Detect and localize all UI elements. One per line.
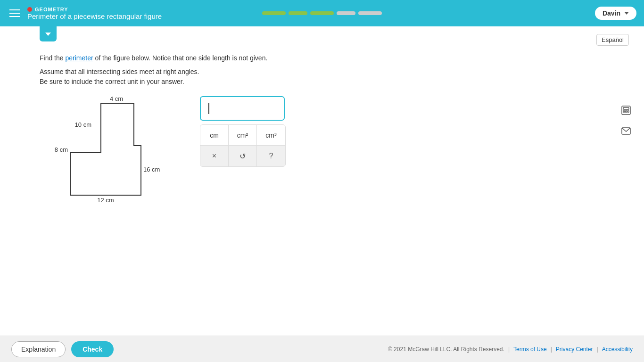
espanol-button[interactable]: Español — [596, 34, 629, 46]
sub-text: Assume that all intersecting sides meet … — [40, 67, 629, 87]
footer-right: © 2021 McGraw Hill LLC. All Rights Reser… — [388, 346, 633, 353]
shape-container: 4 cm 10 cm 8 cm 16 cm 12 cm — [40, 96, 172, 209]
question-text: Find the perimeter of the figure below. … — [40, 53, 629, 63]
chevron-down-icon — [45, 33, 51, 36]
shape-svg: 4 cm 10 cm 8 cm 16 cm 12 cm — [40, 96, 172, 209]
progress-seg-1 — [262, 11, 286, 15]
footer-left: Explanation Check — [11, 341, 114, 357]
accessibility-link[interactable]: Accessibility — [602, 346, 633, 353]
svg-rect-2 — [623, 111, 625, 112]
svg-rect-3 — [626, 111, 627, 112]
help-button[interactable]: ? — [257, 146, 285, 166]
title-area: GEOMETRY Perimeter of a piecewise rectan… — [27, 7, 162, 20]
user-name: Davin — [603, 9, 620, 17]
right-icons — [618, 102, 635, 140]
figure-area: 4 cm 10 cm 8 cm 16 cm 12 cm cm cm² cm³ × — [40, 96, 629, 209]
unit-cm3-button[interactable]: cm³ — [257, 125, 285, 146]
label-10cm: 10 cm — [75, 121, 91, 128]
header: GEOMETRY Perimeter of a piecewise rectan… — [0, 0, 644, 26]
svg-rect-1 — [623, 107, 629, 109]
progress-seg-2 — [289, 11, 307, 15]
check-button[interactable]: Check — [71, 341, 114, 357]
content-area: Español Find the perimeter of the figure… — [0, 26, 644, 217]
undo-button[interactable]: ↺ — [229, 146, 257, 166]
clear-button[interactable]: × — [200, 146, 229, 166]
label-12cm: 12 cm — [97, 197, 114, 204]
answer-input-wrapper[interactable] — [200, 96, 285, 121]
progress-bar — [262, 11, 382, 15]
geo-dot — [27, 7, 32, 12]
message-button[interactable] — [618, 123, 635, 140]
footer: Explanation Check © 2021 McGraw Hill LLC… — [0, 336, 644, 362]
label-4cm: 4 cm — [110, 96, 123, 102]
unit-cm2-button[interactable]: cm² — [229, 125, 257, 146]
page-title: Perimeter of a piecewise rectangular fig… — [27, 12, 162, 20]
cursor-bar — [208, 103, 209, 114]
progress-seg-3 — [310, 11, 334, 15]
svg-rect-4 — [627, 111, 629, 112]
progress-seg-4 — [337, 11, 355, 15]
calculator-button[interactable] — [618, 102, 635, 119]
privacy-link[interactable]: Privacy Center — [556, 346, 593, 353]
unit-cm-button[interactable]: cm — [200, 125, 229, 146]
explanation-button[interactable]: Explanation — [11, 341, 66, 357]
unit-buttons: cm cm² cm³ × ↺ ? — [200, 124, 286, 167]
terms-link[interactable]: Terms of Use — [513, 346, 547, 353]
label-16cm: 16 cm — [143, 166, 160, 173]
copyright-text: © 2021 McGraw Hill LLC. All Rights Reser… — [388, 346, 504, 353]
subject-label: GEOMETRY — [27, 7, 162, 12]
progress-seg-5 — [358, 11, 382, 15]
label-8cm: 8 cm — [55, 146, 68, 153]
collapse-button[interactable] — [40, 26, 57, 41]
user-menu-button[interactable]: Davin — [595, 7, 636, 20]
chevron-down-icon — [624, 12, 629, 15]
perimeter-link[interactable]: perimeter — [65, 54, 93, 62]
main-content: Español Find the perimeter of the figure… — [0, 26, 644, 336]
shape-polygon — [70, 103, 141, 195]
answer-area: cm cm² cm³ × ↺ ? — [200, 96, 286, 167]
menu-button[interactable] — [8, 8, 22, 19]
